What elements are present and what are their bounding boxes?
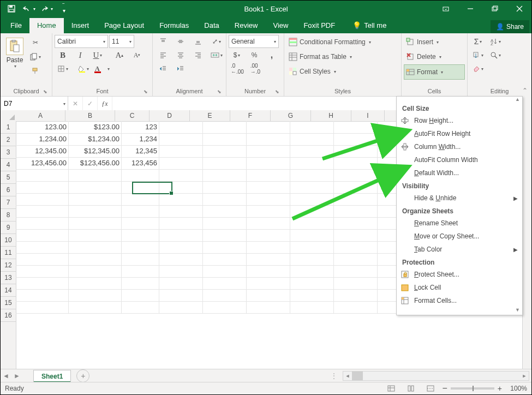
cell-G6[interactable] [290, 181, 334, 194]
cell-B1[interactable]: $123.00 [69, 121, 122, 134]
zoom-slider[interactable] [451, 387, 494, 390]
cell-E13[interactable] [203, 265, 247, 278]
cell-D16[interactable] [159, 301, 203, 314]
zoom-out-button[interactable]: − [442, 384, 447, 393]
cell-F12[interactable] [247, 253, 290, 266]
row-header-7[interactable]: 7 [1, 196, 16, 209]
cell-E10[interactable] [203, 229, 247, 242]
cell-G3[interactable] [290, 145, 334, 158]
row-header-4[interactable]: 4 [1, 159, 16, 171]
cell-A1[interactable]: 123.00 [16, 121, 69, 134]
menu-item-default-width[interactable]: Default Width... [397, 166, 522, 179]
cell-H1[interactable] [334, 121, 378, 134]
cell-A15[interactable] [16, 289, 69, 302]
sheet-tab[interactable]: Sheet1 [33, 370, 71, 382]
cell-G14[interactable] [290, 277, 334, 290]
cell-D15[interactable] [159, 289, 203, 302]
tab-view[interactable]: View [265, 18, 296, 33]
cell-B10[interactable] [69, 229, 122, 242]
cell-F4[interactable] [247, 157, 290, 170]
cell-D5[interactable] [159, 169, 203, 182]
cell-A9[interactable] [16, 217, 69, 230]
col-header-G[interactable]: G [271, 110, 311, 121]
italic-button[interactable]: I [72, 49, 88, 62]
align-top-button[interactable] [155, 35, 171, 48]
decrease-font-button[interactable]: A▾ [129, 49, 145, 62]
cell-D1[interactable] [159, 121, 203, 134]
cell-D8[interactable] [159, 205, 203, 218]
cell-C14[interactable] [122, 277, 159, 290]
cell-A8[interactable] [16, 205, 69, 218]
cell-C10[interactable] [122, 229, 159, 242]
cell-E14[interactable] [203, 277, 247, 290]
cell-A7[interactable] [16, 193, 69, 206]
bold-button[interactable]: B [55, 49, 71, 62]
format-cells-button[interactable]: Format▾ [404, 66, 464, 78]
cell-B16[interactable] [69, 301, 122, 314]
cell-C8[interactable] [122, 205, 159, 218]
vertical-scrollbar[interactable] [522, 96, 531, 369]
percent-style-button[interactable]: % [246, 49, 262, 62]
number-format-select[interactable]: General▾ [229, 35, 279, 48]
cell-F3[interactable] [247, 145, 290, 158]
cell-D6[interactable] [159, 181, 203, 194]
font-size-select[interactable]: 11▾ [109, 35, 134, 48]
cell-D7[interactable] [159, 193, 203, 206]
cell-styles-button[interactable]: Cell Styles▾ [286, 65, 399, 78]
cell-E15[interactable] [203, 289, 247, 302]
cell-H15[interactable] [334, 289, 378, 302]
zoom-level[interactable]: 100% [505, 385, 527, 392]
cell-E12[interactable] [203, 253, 247, 266]
tab-review[interactable]: Review [227, 18, 266, 33]
share-button[interactable]: 👤 Share [491, 20, 529, 33]
cell-B15[interactable] [69, 289, 122, 302]
cell-D13[interactable] [159, 265, 203, 278]
copy-button[interactable]: ▾ [27, 50, 44, 63]
insert-function-button[interactable]: ƒx [98, 97, 112, 111]
cell-D2[interactable] [159, 133, 203, 146]
menu-item-autofit-row-height[interactable]: AutoFit Row Height [397, 127, 522, 140]
cell-C2[interactable]: 1,234 [122, 133, 159, 146]
col-header-I[interactable]: I [351, 110, 385, 121]
cell-F1[interactable] [247, 121, 290, 134]
cell-G12[interactable] [290, 253, 334, 266]
format-painter-button[interactable] [27, 64, 44, 77]
cell-G10[interactable] [290, 229, 334, 242]
cell-B6[interactable] [69, 181, 122, 194]
cell-H14[interactable] [334, 277, 378, 290]
cell-C4[interactable]: 123,456 [122, 157, 159, 170]
tell-me-button[interactable]: 💡 Tell me [347, 18, 392, 33]
cell-G11[interactable] [290, 241, 334, 254]
ribbon-options-button[interactable] [433, 1, 458, 17]
cell-E6[interactable] [203, 181, 247, 194]
cell-C1[interactable]: 123 [122, 121, 159, 134]
col-header-H[interactable]: H [311, 110, 351, 121]
clear-button[interactable]: ▾ [470, 62, 486, 75]
increase-font-button[interactable]: A▴ [111, 49, 128, 62]
cell-B8[interactable] [69, 205, 122, 218]
clipboard-dialog-launcher[interactable]: ⬊ [42, 88, 49, 95]
cell-F2[interactable] [247, 133, 290, 146]
cell-C5[interactable] [122, 169, 159, 182]
cell-H3[interactable] [334, 145, 378, 158]
menu-item-protect-sheet[interactable]: Protect Sheet... [397, 268, 522, 281]
font-dialog-launcher[interactable]: ⬊ [142, 88, 149, 95]
tab-home[interactable]: Home [29, 18, 64, 33]
sort-filter-button[interactable]: AZ▾ [487, 35, 504, 48]
cell-E7[interactable] [203, 193, 247, 206]
cell-E3[interactable] [203, 145, 247, 158]
delete-cells-button[interactable]: Delete▾ [404, 50, 465, 63]
cut-button[interactable]: ✂ [27, 36, 44, 49]
collapse-ribbon-button[interactable]: ⌃ [521, 86, 529, 95]
cell-E2[interactable] [203, 133, 247, 146]
cell-A5[interactable] [16, 169, 69, 182]
cell-H10[interactable] [334, 229, 378, 242]
borders-button[interactable]: ▾ [55, 62, 71, 75]
cell-H12[interactable] [334, 253, 378, 266]
cell-D11[interactable] [159, 241, 203, 254]
alignment-dialog-launcher[interactable]: ⬊ [216, 88, 223, 95]
cell-F7[interactable] [247, 193, 290, 206]
cell-B3[interactable]: $12,345.00 [69, 145, 122, 158]
cell-H8[interactable] [334, 205, 378, 218]
cell-E11[interactable] [203, 241, 247, 254]
